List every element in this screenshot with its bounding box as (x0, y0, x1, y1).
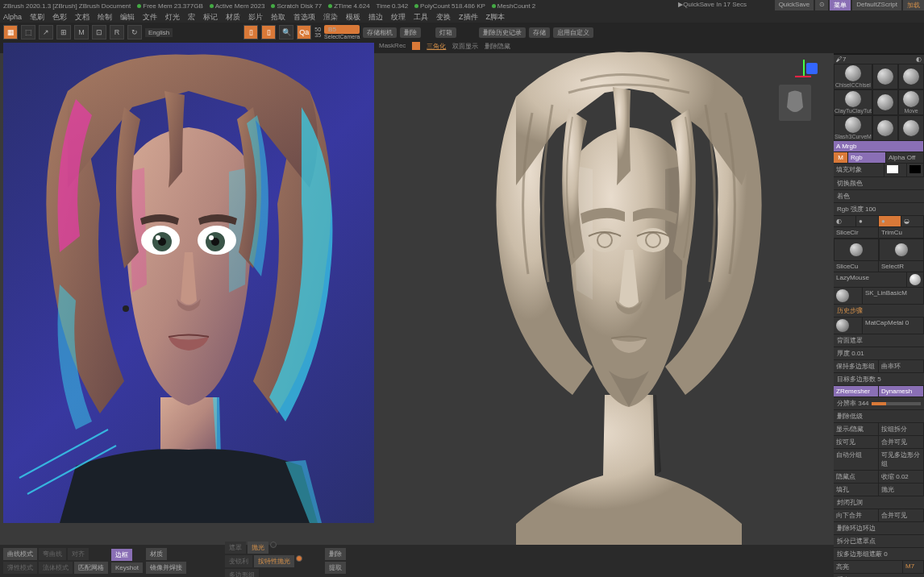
mask-button[interactable]: 遮罩 (225, 542, 246, 554)
toolbar-icon-9[interactable]: ▯ (243, 25, 258, 39)
history-steps-button[interactable]: 历史步骤 (834, 305, 924, 318)
alpha-cell-2[interactable] (879, 239, 924, 261)
color-secondary[interactable] (907, 164, 924, 177)
menu-draw[interactable]: 绘制 (98, 12, 112, 23)
toolbar-icon-4[interactable]: ⊞ (56, 25, 71, 39)
delete-button[interactable]: 删除 (400, 27, 421, 38)
menu-zscript[interactable]: Z脚本 (486, 12, 506, 23)
bend-button[interactable]: 弯曲线 (39, 548, 66, 560)
menu-texture[interactable]: 纹理 (391, 12, 406, 23)
curve-loop-button[interactable]: 曲率环 (879, 360, 924, 373)
camera-preview[interactable] (779, 85, 811, 121)
trim-curve-button[interactable]: TrimCu (879, 227, 924, 239)
matcap-button[interactable]: MatCapMetal 0 (863, 318, 924, 334)
menu-color[interactable]: 色彩 (52, 12, 67, 23)
highlight-m7[interactable]: M7 (903, 561, 924, 574)
switch-color-button[interactable]: 切换颜色 (834, 177, 924, 190)
target-poly-slider[interactable]: 目标多边形数 5 (834, 373, 924, 386)
mask-dot-4[interactable]: ◒ (901, 216, 924, 227)
fill-button[interactable]: 填孔 (834, 484, 879, 496)
lightbox-button[interactable]: 灯箱 (435, 27, 456, 38)
merge-visible-button[interactable]: 合并可见 (879, 436, 924, 449)
toolbar-icon-11[interactable]: 🔍 (279, 25, 293, 39)
feature-polish-button[interactable]: 按特性抛光 (254, 555, 294, 567)
toolbar-icon-2[interactable]: ⬚ (21, 25, 35, 39)
brush-blank4[interactable] (898, 115, 924, 141)
menu-stroke[interactable]: 描边 (368, 12, 383, 23)
menu-brush[interactable]: 笔刷 (30, 12, 44, 23)
material-button[interactable]: 材质 (146, 548, 167, 560)
menu-file[interactable]: 文件 (143, 12, 157, 23)
highlight-button[interactable]: 高亮 (834, 561, 903, 574)
dynamesh-button[interactable]: Dynamesh (879, 386, 924, 397)
edge-button[interactable]: 边框 (111, 549, 132, 561)
close-hole-button[interactable]: 封闭孔洞 (834, 496, 924, 509)
toolbar-select-camera[interactable]: SelectCamera (324, 34, 360, 39)
alpha-cell-1[interactable] (834, 239, 879, 261)
sec-maskrec[interactable]: MaskRec (379, 42, 406, 53)
by-visible-button[interactable]: 按可见 (834, 436, 879, 449)
keyshot-button[interactable]: Keyshot (111, 562, 143, 573)
save-camera-button[interactable]: 存储相机 (363, 27, 397, 38)
menu-tool[interactable]: 工具 (414, 12, 428, 23)
thickness-slider[interactable]: 厚度 0.01 (834, 347, 924, 360)
toolbar-icon-12[interactable]: Qa (297, 25, 311, 39)
panel-m[interactable]: M (834, 152, 848, 164)
delete-loop-button[interactable]: 删除环边环边 (834, 522, 924, 535)
panel-alpha-off[interactable]: Alpha Off (886, 152, 924, 164)
lazy-sphere[interactable] (907, 272, 924, 288)
navigation-gizmo[interactable] (795, 60, 819, 84)
zremesher-button[interactable]: ZRemesher (834, 386, 879, 397)
slice-circle-button[interactable]: SliceCir (834, 227, 879, 239)
keep-polygroup-button[interactable]: 保持多边形组 (834, 360, 879, 373)
sk-line-button[interactable]: SK_LinBasicM (863, 288, 924, 305)
menu-document[interactable]: 文档 (75, 12, 89, 23)
clear-history-button[interactable]: 删除历史记录 (479, 27, 526, 38)
merge-down-button[interactable]: 向下合并 (834, 509, 879, 522)
visible-polygroup-button[interactable]: 可见多边形分组 (879, 449, 924, 471)
polygroup-mask-slider[interactable]: 按多边形组遮蔽 0 (834, 548, 924, 561)
feature-radio[interactable] (296, 555, 302, 562)
sec-triangulation[interactable]: 三角化 (427, 42, 446, 53)
enable-custom-button[interactable]: 启用自定义 (553, 27, 593, 38)
save-button[interactable]: 存储 (529, 27, 550, 38)
default-zscript-button[interactable]: DefaultZScript (852, 0, 901, 10)
menu-alpha[interactable]: Alpha (3, 13, 22, 21)
fill-object-button[interactable]: 填充对象 (834, 164, 884, 177)
menu-marker[interactable]: 标记 (203, 12, 218, 23)
panel-a-mrgb[interactable]: A Mrgb (834, 141, 924, 152)
toolbar-icon-8[interactable]: ↻ (127, 25, 142, 39)
elastic-button[interactable]: 弹性模式 (3, 562, 37, 574)
menu-movie[interactable]: 影片 (248, 12, 263, 23)
panel-collapse-icon[interactable]: ◐ (916, 56, 922, 63)
menu-light[interactable]: 灯光 (165, 12, 180, 23)
crisp-button[interactable]: 变锐利 (225, 555, 252, 567)
polish-button[interactable]: 抛光 (879, 484, 924, 496)
mask-dot-3[interactable]: ● (879, 216, 901, 227)
brush-claytubes[interactable]: ClayTuClayTut (834, 89, 872, 115)
brush-standard[interactable] (872, 64, 898, 89)
mask-dot-2[interactable]: ● (856, 216, 879, 227)
toolbar-icon-7[interactable]: R (110, 25, 124, 39)
menu-macro[interactable]: 宏 (188, 12, 195, 23)
menu-material[interactable]: 材质 (226, 12, 240, 23)
menu-template[interactable]: 模板 (346, 12, 360, 23)
menu-prefs[interactable]: 首选项 (293, 12, 315, 23)
lazy-mouse-button[interactable]: LazyMouse (834, 272, 907, 288)
gravity-slider[interactable]: 重力 (834, 574, 924, 577)
brush-slash[interactable]: Slash3CurveM (834, 115, 872, 141)
brush-chisel[interactable]: ChiselCChisel (834, 64, 872, 89)
align-button[interactable]: 对齐 (68, 548, 89, 560)
curve-mode-button[interactable]: 曲线模式 (3, 548, 37, 560)
hide-pt-button[interactable]: 隐藏点 (834, 471, 879, 484)
language-dropdown[interactable]: English (145, 28, 173, 37)
resolution-slider[interactable]: 分辨率 344 (834, 397, 924, 410)
brush-blank3[interactable] (872, 115, 898, 141)
menu-button[interactable]: 菜单 (830, 0, 851, 10)
panel-rgb[interactable]: Rgb (848, 152, 886, 164)
circle-icon[interactable]: ⊙ (815, 0, 828, 10)
load-button[interactable]: 加载 (903, 0, 924, 10)
menu-zplugin[interactable]: Z插件 (459, 12, 478, 23)
extract-button[interactable]: 提取 (325, 562, 346, 574)
rgb-strength-slider[interactable]: Rgb 强度 100 (834, 203, 924, 216)
